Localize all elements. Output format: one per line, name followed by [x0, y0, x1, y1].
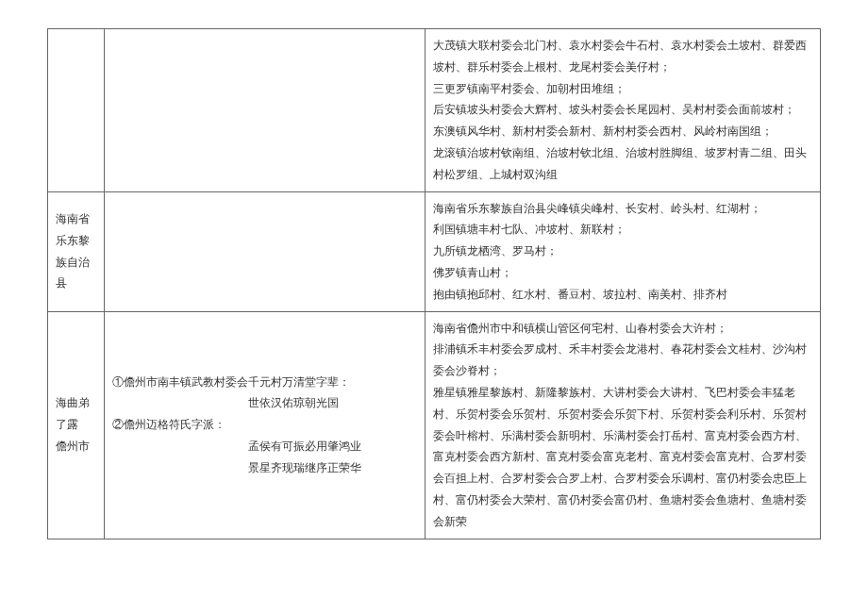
- village-text: 海南省乐东黎族自治县尖峰镇尖峰村、长安村、岭头村、红湖村； 利国镇塘丰村七队、冲…: [433, 202, 761, 301]
- villages-cell: 海南省乐东黎族自治县尖峰镇尖峰村、长安村、岭头村、红湖村； 利国镇塘丰村七队、冲…: [426, 191, 821, 311]
- area-text: 海南省乐东黎族自治县: [56, 212, 90, 290]
- villages-cell: 海南省儋州市中和镇横山管区何宅村、山春村委会大许村； 排浦镇禾丰村委会罗成村、禾…: [426, 311, 821, 539]
- middle-cell: [105, 29, 426, 192]
- area-cell: [48, 29, 105, 192]
- table-row: 海南省乐东黎族自治县 海南省乐东黎族自治县尖峰镇尖峰村、长安村、岭头村、红湖村；…: [48, 191, 821, 311]
- middle-cell: [105, 191, 426, 311]
- villages-cell: 大茂镇大联村委会北门村、袁水村委会牛石村、袁水村委会土坡村、群爱西坡村、群乐村委…: [426, 29, 821, 192]
- area-text: 海曲弟了露 儋州市: [56, 396, 90, 453]
- table-row: 大茂镇大联村委会北门村、袁水村委会牛石村、袁水村委会土坡村、群爱西坡村、群乐村委…: [48, 29, 821, 192]
- poem-text: ①儋州市南丰镇武教村委会千元村万清堂字辈： 世依汉佑琼朝光国 ②儋州迈格符氏字派…: [112, 375, 361, 474]
- area-cell: 海南省乐东黎族自治县: [48, 191, 105, 311]
- villages-table: 大茂镇大联村委会北门村、袁水村委会牛石村、袁水村委会土坡村、群爱西坡村、群乐村委…: [47, 28, 821, 539]
- table-row: 海曲弟了露 儋州市 ①儋州市南丰镇武教村委会千元村万清堂字辈： 世依汉佑琼朝光国…: [48, 311, 821, 539]
- village-text: 海南省儋州市中和镇横山管区何宅村、山春村委会大许村； 排浦镇禾丰村委会罗成村、禾…: [433, 322, 807, 528]
- village-text: 大茂镇大联村委会北门村、袁水村委会牛石村、袁水村委会土坡村、群爱西坡村、群乐村委…: [433, 39, 807, 181]
- area-cell: 海曲弟了露 儋州市: [48, 311, 105, 539]
- middle-cell: ①儋州市南丰镇武教村委会千元村万清堂字辈： 世依汉佑琼朝光国 ②儋州迈格符氏字派…: [105, 311, 426, 539]
